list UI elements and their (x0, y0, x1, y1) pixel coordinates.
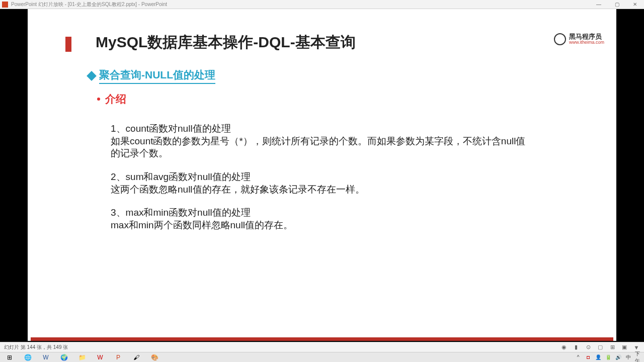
presentation-stage: MySQL数据库基本操作-DQL-基本查询 黑马程序员 www.itheima.… (0, 9, 644, 342)
brand-logo: 黑马程序员 www.itheima.com (554, 33, 604, 45)
window-title: PowerPoint 幻灯片放映 - [01-史上最全的SQL教程2.pptx]… (11, 1, 592, 8)
slide-content[interactable]: MySQL数据库基本操作-DQL-基本查询 黑马程序员 www.itheima.… (28, 9, 616, 341)
ime-icon[interactable]: 中 (625, 354, 632, 361)
window-controls: — ▢ ✕ (592, 1, 642, 9)
slide-footer-bar (31, 337, 613, 341)
paint-icon[interactable]: 🎨 (147, 353, 162, 362)
powerpoint-icon (2, 2, 8, 8)
slideshow-view-icon[interactable]: ▼ (633, 344, 640, 351)
word-icon[interactable]: W (38, 353, 53, 362)
p1-body: 如果count函数的参数为星号（*），则统计所有记录的个数。而如果参数为某字段，… (111, 135, 528, 160)
explorer-icon[interactable]: 📁 (74, 353, 90, 362)
slide-title: MySQL数据库基本操作-DQL-基本查询 (96, 32, 356, 53)
battery-icon[interactable]: 🔋 (605, 354, 612, 361)
title-accent-bar (65, 37, 71, 52)
people-icon[interactable]: 👤 (595, 354, 602, 361)
volume-icon[interactable]: 🔊 (615, 354, 622, 361)
reading-view-icon[interactable]: ▣ (621, 344, 628, 351)
subtitle-icon[interactable]: ⊙ (585, 344, 592, 351)
powerpoint-taskbar-icon[interactable]: P (111, 353, 126, 362)
sorter-view-icon[interactable]: ⊞ (609, 344, 616, 351)
brand-name: 黑马程序员 (569, 33, 604, 40)
system-tray[interactable]: ^ ◘ 👤 🔋 🔊 中 下午 (575, 354, 642, 361)
close-button[interactable]: ✕ (628, 1, 642, 9)
p3-body: max和min两个函数同样忽略null值的存在。 (111, 219, 528, 232)
window-titlebar: PowerPoint 幻灯片放映 - [01-史上最全的SQL教程2.pptx]… (0, 0, 644, 9)
slide-subtitle: 聚合查询-NULL值的处理 (99, 68, 215, 84)
diamond-bullet-icon (87, 71, 97, 81)
maximize-button[interactable]: ▢ (610, 1, 624, 9)
p2-body: 这两个函数忽略null值的存在，就好象该条记录不存在一样。 (111, 184, 528, 196)
taskbar[interactable]: ⊞ 🌐 W 🌍 📁 W P 🖌 🎨 ^ ◘ 👤 🔋 🔊 中 下午 (0, 352, 644, 362)
status-bar: 幻灯片 第 144 张，共 149 张 ◉ ▮ ⊙ ▢ ⊞ ▣ ▼ (0, 342, 644, 352)
tray-up-icon[interactable]: ^ (575, 354, 582, 361)
security-icon[interactable]: ◘ (585, 354, 592, 361)
notes-icon[interactable]: ◉ (560, 344, 568, 351)
intro-label: 介绍 (105, 92, 126, 106)
subtitle-row: 聚合查询-NULL值的处理 (88, 68, 215, 84)
intro-row: 介绍 (97, 92, 126, 106)
p1-head: 1、count函数对null值的处理 (111, 123, 528, 135)
brand-icon (554, 33, 566, 45)
slide-body: 1、count函数对null值的处理 如果count函数的参数为星号（*），则统… (111, 123, 528, 243)
slide-counter: 幻灯片 第 144 张，共 149 张 (4, 344, 560, 351)
chrome-icon[interactable]: 🌐 (20, 353, 35, 362)
normal-view-icon[interactable]: ▢ (597, 344, 604, 351)
clock[interactable]: 下午 (635, 354, 642, 361)
pen-icon[interactable]: ▮ (573, 344, 580, 351)
edge-icon[interactable]: 🌍 (56, 353, 71, 362)
app-icon[interactable]: 🖌 (129, 353, 144, 362)
brand-url: www.itheima.com (569, 40, 604, 45)
p2-head: 2、sum和avg函数对null值的处理 (111, 171, 528, 184)
minimize-button[interactable]: — (592, 1, 606, 9)
red-bullet-icon (97, 98, 100, 101)
p3-head: 3、max和min函数对null值的处理 (111, 207, 528, 219)
wps-icon[interactable]: W (93, 353, 108, 362)
mouse-cursor-icon: ▲ (629, 206, 636, 214)
start-button[interactable]: ⊞ (2, 353, 17, 362)
